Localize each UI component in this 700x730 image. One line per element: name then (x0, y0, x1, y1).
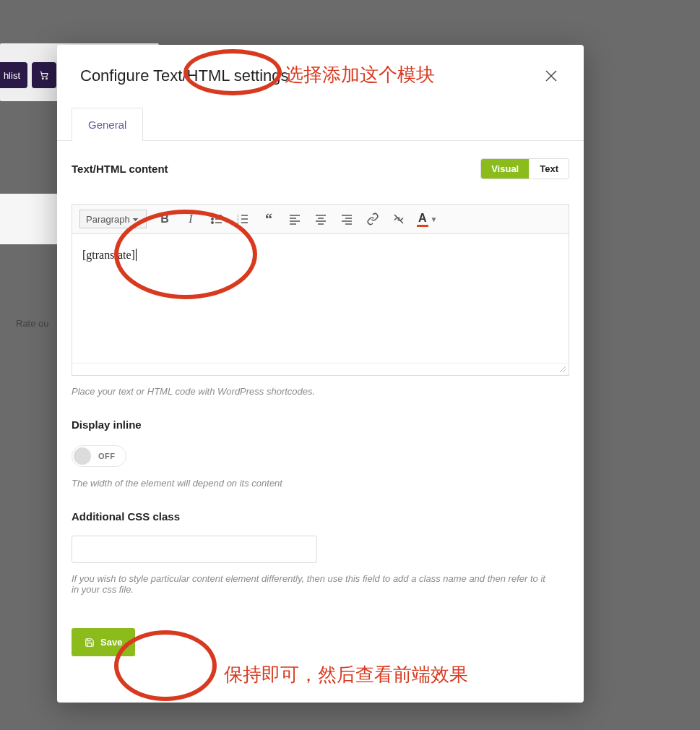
css-hint: If you wish to style particular content … (72, 573, 548, 595)
content-hint: Place your text or HTML code with WordPr… (72, 386, 569, 397)
tab-general[interactable]: General (72, 108, 143, 141)
inline-hint: The width of the element will depend on … (72, 478, 569, 489)
numbered-list-icon: 123 (236, 212, 249, 226)
settings-modal: Configure Text/HTML settings General Tex… (57, 45, 584, 703)
align-left-icon (288, 212, 301, 226)
svg-point-6 (212, 218, 213, 220)
bg-wishlist-label: hlist (4, 70, 20, 81)
blockquote-button[interactable]: “ (261, 211, 277, 227)
toggle-knob (74, 447, 91, 465)
svg-line-30 (563, 369, 566, 372)
modal-body: Text/HTML content Visual Text Paragraph … (57, 141, 584, 674)
bg-cart-button (32, 62, 56, 88)
editor-text: [gtranslate] (82, 249, 135, 261)
css-class-label: Additional CSS class (72, 510, 569, 523)
align-left-button[interactable] (287, 211, 303, 227)
align-right-button[interactable] (339, 211, 355, 227)
close-icon (544, 69, 558, 83)
format-select[interactable]: Paragraph (79, 210, 147, 228)
italic-button[interactable]: I (183, 211, 199, 227)
bullet-list-button[interactable] (209, 211, 225, 227)
unlink-icon (392, 212, 405, 226)
resize-icon (558, 365, 566, 372)
editor-content-area[interactable]: [gtranslate]​ (72, 234, 569, 363)
save-button[interactable]: Save (72, 628, 135, 656)
bg-wishlist-button: hlist (0, 62, 27, 88)
editor-resize-handle[interactable] (72, 363, 569, 375)
svg-point-8 (212, 222, 213, 223)
rich-text-editor: Paragraph B I 123 “ (72, 204, 569, 376)
chevron-down-icon: ▼ (431, 215, 438, 223)
link-button[interactable] (365, 211, 381, 227)
svg-point-0 (42, 78, 43, 80)
bg-rate-text: Rate ou (16, 318, 49, 329)
link-icon (366, 212, 379, 226)
unlink-button[interactable] (391, 211, 407, 227)
modal-title: Configure Text/HTML settings (80, 66, 289, 85)
display-inline-toggle[interactable]: OFF (72, 445, 126, 467)
modal-header: Configure Text/HTML settings (57, 45, 584, 94)
bold-button[interactable]: B (157, 211, 173, 227)
text-color-icon: A (417, 212, 428, 227)
bg-panel-2 (0, 194, 58, 244)
tabs-bar: General (57, 94, 584, 141)
svg-point-4 (212, 215, 213, 216)
display-inline-label: Display inline (72, 418, 569, 431)
toggle-state-label: OFF (98, 452, 116, 460)
svg-point-1 (46, 78, 48, 80)
cart-icon (39, 69, 49, 81)
numbered-list-button[interactable]: 123 (235, 211, 251, 227)
visual-tab-button[interactable]: Visual (481, 159, 529, 179)
align-right-icon (340, 212, 353, 226)
svg-line-29 (560, 366, 566, 372)
editor-toolbar: Paragraph B I 123 “ (72, 205, 569, 234)
bullet-list-icon (210, 212, 223, 226)
save-button-label: Save (100, 637, 122, 648)
text-color-button[interactable]: A ▼ (417, 212, 437, 227)
text-tab-button[interactable]: Text (529, 159, 569, 179)
visual-text-toggle: Visual Text (480, 158, 569, 179)
align-center-button[interactable] (313, 211, 329, 227)
content-header-row: Text/HTML content Visual Text (72, 158, 569, 179)
css-class-input[interactable] (72, 536, 317, 563)
svg-text:3: 3 (237, 221, 239, 225)
save-icon (85, 637, 95, 648)
close-button[interactable] (542, 66, 561, 85)
content-label: Text/HTML content (72, 163, 168, 175)
align-center-icon (314, 212, 327, 226)
